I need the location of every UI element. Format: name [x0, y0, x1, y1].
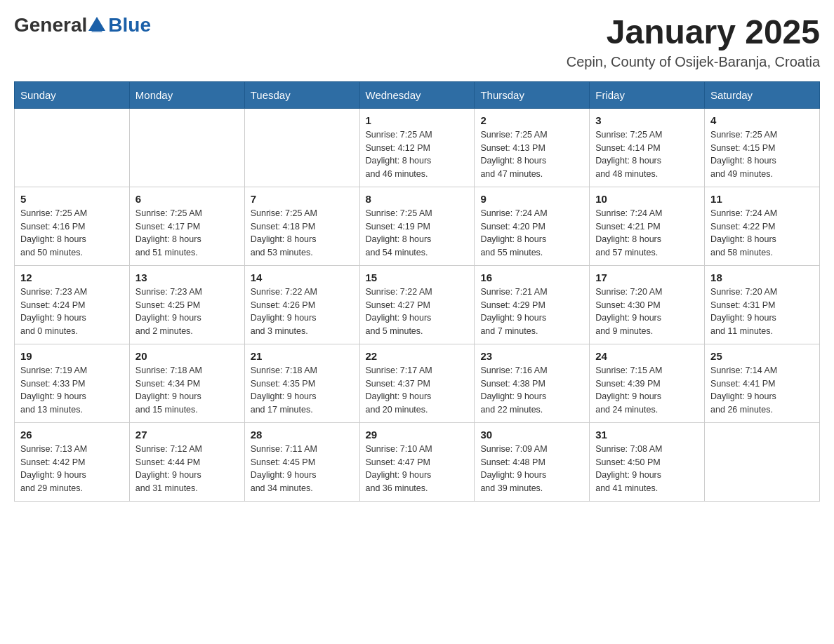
- day-number: 17: [595, 271, 699, 283]
- day-number: 19: [20, 350, 124, 362]
- day-info: Sunrise: 7:25 AM Sunset: 4:14 PM Dayligh…: [595, 128, 699, 181]
- calendar-day-cell: 1Sunrise: 7:25 AM Sunset: 4:12 PM Daylig…: [359, 108, 475, 187]
- day-number: 24: [595, 350, 699, 362]
- day-info: Sunrise: 7:11 AM Sunset: 4:45 PM Dayligh…: [251, 443, 354, 495]
- day-number: 1: [366, 114, 469, 126]
- day-info: Sunrise: 7:19 AM Sunset: 4:33 PM Dayligh…: [20, 364, 124, 417]
- calendar-week-row: 19Sunrise: 7:19 AM Sunset: 4:33 PM Dayli…: [15, 344, 820, 422]
- calendar-day-cell: 31Sunrise: 7:08 AM Sunset: 4:50 PM Dayli…: [590, 422, 705, 501]
- calendar-day-cell: 5Sunrise: 7:25 AM Sunset: 4:16 PM Daylig…: [15, 187, 130, 265]
- calendar-day-cell: 23Sunrise: 7:16 AM Sunset: 4:38 PM Dayli…: [475, 344, 590, 422]
- calendar-day-cell: 21Sunrise: 7:18 AM Sunset: 4:35 PM Dayli…: [244, 344, 359, 422]
- page-subtitle: Cepin, County of Osijek-Baranja, Croatia: [567, 54, 820, 70]
- day-info: Sunrise: 7:15 AM Sunset: 4:39 PM Dayligh…: [595, 364, 699, 417]
- calendar-day-cell: 7Sunrise: 7:25 AM Sunset: 4:18 PM Daylig…: [244, 187, 359, 265]
- day-info: Sunrise: 7:18 AM Sunset: 4:35 PM Dayligh…: [251, 364, 354, 417]
- calendar-header-row: SundayMondayTuesdayWednesdayThursdayFrid…: [15, 81, 820, 108]
- day-number: 25: [710, 350, 814, 362]
- calendar-day-cell: 14Sunrise: 7:22 AM Sunset: 4:26 PM Dayli…: [244, 265, 359, 344]
- calendar-day-cell: 15Sunrise: 7:22 AM Sunset: 4:27 PM Dayli…: [359, 265, 475, 344]
- day-info: Sunrise: 7:24 AM Sunset: 4:21 PM Dayligh…: [595, 207, 699, 260]
- calendar-day-cell: 6Sunrise: 7:25 AM Sunset: 4:17 PM Daylig…: [129, 187, 244, 265]
- day-info: Sunrise: 7:14 AM Sunset: 4:41 PM Dayligh…: [710, 364, 814, 417]
- calendar-week-row: 26Sunrise: 7:13 AM Sunset: 4:42 PM Dayli…: [15, 422, 820, 501]
- day-info: Sunrise: 7:09 AM Sunset: 4:48 PM Dayligh…: [480, 443, 583, 495]
- day-number: 18: [710, 271, 814, 283]
- calendar-day-cell: 20Sunrise: 7:18 AM Sunset: 4:34 PM Dayli…: [129, 344, 244, 422]
- day-number: 20: [135, 350, 239, 362]
- day-number: 5: [20, 193, 124, 205]
- day-number: 4: [710, 114, 814, 126]
- day-number: 2: [480, 114, 583, 126]
- weekday-header-sunday: Sunday: [15, 81, 130, 108]
- day-info: Sunrise: 7:24 AM Sunset: 4:22 PM Dayligh…: [710, 207, 814, 260]
- calendar-day-cell: [244, 108, 359, 187]
- calendar-day-cell: 4Sunrise: 7:25 AM Sunset: 4:15 PM Daylig…: [705, 108, 820, 187]
- day-info: Sunrise: 7:13 AM Sunset: 4:42 PM Dayligh…: [20, 443, 124, 495]
- calendar-week-row: 1Sunrise: 7:25 AM Sunset: 4:12 PM Daylig…: [15, 108, 820, 187]
- day-info: Sunrise: 7:10 AM Sunset: 4:47 PM Dayligh…: [366, 443, 469, 495]
- calendar-day-cell: 16Sunrise: 7:21 AM Sunset: 4:29 PM Dayli…: [475, 265, 590, 344]
- day-number: 31: [595, 429, 699, 441]
- page-header: General Blue January 2025 Cepin, County …: [14, 14, 820, 70]
- calendar-day-cell: 13Sunrise: 7:23 AM Sunset: 4:25 PM Dayli…: [129, 265, 244, 344]
- calendar-day-cell: 29Sunrise: 7:10 AM Sunset: 4:47 PM Dayli…: [359, 422, 475, 501]
- day-info: Sunrise: 7:22 AM Sunset: 4:27 PM Dayligh…: [366, 286, 469, 338]
- calendar-day-cell: 9Sunrise: 7:24 AM Sunset: 4:20 PM Daylig…: [475, 187, 590, 265]
- day-number: 14: [251, 271, 354, 283]
- calendar-week-row: 12Sunrise: 7:23 AM Sunset: 4:24 PM Dayli…: [15, 265, 820, 344]
- day-info: Sunrise: 7:25 AM Sunset: 4:15 PM Dayligh…: [710, 128, 814, 181]
- day-info: Sunrise: 7:23 AM Sunset: 4:24 PM Dayligh…: [20, 286, 124, 338]
- title-area: January 2025 Cepin, County of Osijek-Bar…: [567, 14, 820, 70]
- day-number: 22: [366, 350, 469, 362]
- weekday-header-thursday: Thursday: [475, 81, 590, 108]
- calendar-day-cell: 17Sunrise: 7:20 AM Sunset: 4:30 PM Dayli…: [590, 265, 705, 344]
- day-info: Sunrise: 7:22 AM Sunset: 4:26 PM Dayligh…: [251, 286, 354, 338]
- day-info: Sunrise: 7:17 AM Sunset: 4:37 PM Dayligh…: [366, 364, 469, 417]
- day-number: 23: [480, 350, 583, 362]
- calendar-day-cell: 30Sunrise: 7:09 AM Sunset: 4:48 PM Dayli…: [475, 422, 590, 501]
- day-number: 29: [366, 429, 469, 441]
- day-info: Sunrise: 7:25 AM Sunset: 4:18 PM Dayligh…: [251, 207, 354, 260]
- calendar-table: SundayMondayTuesdayWednesdayThursdayFrid…: [14, 81, 820, 502]
- day-number: 3: [595, 114, 699, 126]
- day-number: 26: [20, 429, 124, 441]
- calendar-day-cell: [15, 108, 130, 187]
- day-number: 13: [135, 271, 239, 283]
- weekday-header-wednesday: Wednesday: [359, 81, 475, 108]
- day-info: Sunrise: 7:21 AM Sunset: 4:29 PM Dayligh…: [480, 286, 583, 338]
- day-number: 12: [20, 271, 124, 283]
- day-info: Sunrise: 7:18 AM Sunset: 4:34 PM Dayligh…: [135, 364, 239, 417]
- calendar-day-cell: [129, 108, 244, 187]
- day-number: 30: [480, 429, 583, 441]
- day-number: 27: [135, 429, 239, 441]
- calendar-day-cell: 12Sunrise: 7:23 AM Sunset: 4:24 PM Dayli…: [15, 265, 130, 344]
- day-info: Sunrise: 7:24 AM Sunset: 4:20 PM Dayligh…: [480, 207, 583, 260]
- weekday-header-tuesday: Tuesday: [244, 81, 359, 108]
- day-number: 15: [366, 271, 469, 283]
- day-number: 8: [366, 193, 469, 205]
- day-info: Sunrise: 7:16 AM Sunset: 4:38 PM Dayligh…: [480, 364, 583, 417]
- day-info: Sunrise: 7:08 AM Sunset: 4:50 PM Dayligh…: [595, 443, 699, 495]
- calendar-day-cell: 25Sunrise: 7:14 AM Sunset: 4:41 PM Dayli…: [705, 344, 820, 422]
- page-title: January 2025: [567, 14, 820, 51]
- logo-general-text: General: [14, 14, 87, 36]
- calendar-day-cell: 24Sunrise: 7:15 AM Sunset: 4:39 PM Dayli…: [590, 344, 705, 422]
- calendar-day-cell: 11Sunrise: 7:24 AM Sunset: 4:22 PM Dayli…: [705, 187, 820, 265]
- logo-blue-text: Blue: [108, 14, 151, 36]
- day-number: 21: [251, 350, 354, 362]
- day-info: Sunrise: 7:25 AM Sunset: 4:16 PM Dayligh…: [20, 207, 124, 260]
- day-number: 16: [480, 271, 583, 283]
- day-info: Sunrise: 7:25 AM Sunset: 4:12 PM Dayligh…: [366, 128, 469, 181]
- calendar-day-cell: 19Sunrise: 7:19 AM Sunset: 4:33 PM Dayli…: [15, 344, 130, 422]
- day-info: Sunrise: 7:20 AM Sunset: 4:31 PM Dayligh…: [710, 286, 814, 338]
- weekday-header-saturday: Saturday: [705, 81, 820, 108]
- logo: General Blue: [14, 14, 151, 36]
- calendar-day-cell: 8Sunrise: 7:25 AM Sunset: 4:19 PM Daylig…: [359, 187, 475, 265]
- day-number: 28: [251, 429, 354, 441]
- logo-icon: [87, 15, 107, 35]
- calendar-day-cell: 18Sunrise: 7:20 AM Sunset: 4:31 PM Dayli…: [705, 265, 820, 344]
- calendar-day-cell: 3Sunrise: 7:25 AM Sunset: 4:14 PM Daylig…: [590, 108, 705, 187]
- day-info: Sunrise: 7:25 AM Sunset: 4:19 PM Dayligh…: [366, 207, 469, 260]
- day-number: 7: [251, 193, 354, 205]
